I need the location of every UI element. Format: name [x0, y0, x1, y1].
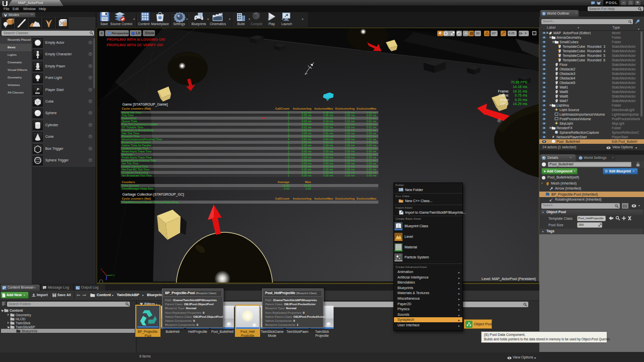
svg-text:C+: C+: [399, 200, 403, 203]
